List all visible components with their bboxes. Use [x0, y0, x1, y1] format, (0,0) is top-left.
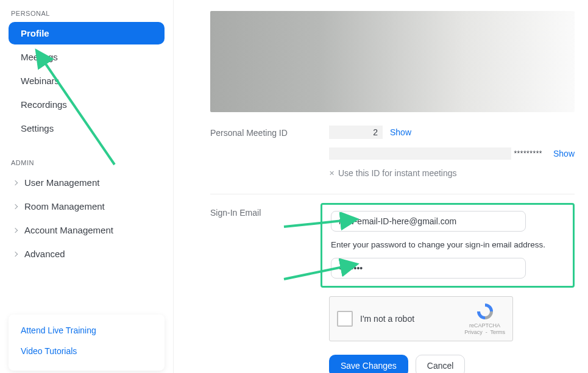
help-card: Attend Live Training Video Tutorials: [9, 314, 165, 371]
chevron-right-icon: [13, 180, 18, 185]
pmi-visible-digit: 2: [373, 127, 378, 137]
recaptcha-privacy-link[interactable]: Privacy: [464, 329, 483, 335]
show-pmi-link[interactable]: Show: [390, 127, 411, 137]
link-attend-training[interactable]: Attend Live Training: [21, 325, 152, 335]
main-content: Personal Meeting ID 2 Show ********* Sho…: [174, 11, 588, 373]
chevron-right-icon: [13, 251, 18, 256]
sidebar-item-advanced[interactable]: Advanced: [9, 243, 165, 265]
sidebar-item-label: Meetings: [21, 52, 58, 62]
annotation-highlight-box: Enter your password to change your sign-…: [321, 203, 575, 288]
sidebar-item-account-management[interactable]: Account Management: [9, 219, 165, 241]
sidebar-item-user-management[interactable]: User Management: [9, 171, 165, 194]
recaptcha-checkbox[interactable]: [337, 311, 353, 327]
sidebar-item-label: User Management: [24, 177, 99, 188]
sidebar-item-label: Settings: [21, 123, 54, 133]
sidebar-item-recordings[interactable]: Recordings: [9, 93, 165, 116]
sidebar-item-room-management[interactable]: Room Management: [9, 195, 165, 218]
section-header-personal: PERSONAL: [11, 10, 165, 17]
recaptcha-terms-link[interactable]: Terms: [491, 329, 506, 335]
recaptcha-logo-icon: [475, 302, 495, 321]
instant-meeting-text: Use this ID for instant meetings: [338, 168, 457, 178]
profile-banner-placeholder: [210, 11, 575, 112]
sidebar-item-label: Account Management: [24, 225, 113, 235]
sidebar-item-webinars[interactable]: Webinars: [9, 69, 165, 92]
sidebar-item-label: Room Management: [24, 201, 105, 211]
sidebar-item-meetings[interactable]: Meetings: [9, 46, 165, 68]
section-header-admin: ADMIN: [11, 159, 165, 166]
chevron-right-icon: [13, 227, 18, 232]
sidebar-item-label: Webinars: [21, 76, 59, 86]
show-url-link[interactable]: Show: [553, 149, 575, 158]
recaptcha-branding: reCAPTCHA Privacy - Terms: [464, 302, 505, 336]
sidebar-item-label: Advanced: [24, 249, 65, 259]
password-input[interactable]: [331, 258, 526, 279]
cancel-button[interactable]: Cancel: [416, 355, 466, 373]
sidebar-item-label: Recordings: [21, 99, 67, 110]
save-changes-button[interactable]: Save Changes: [329, 355, 408, 373]
pmi-url-masked: [329, 147, 511, 160]
sidebar: PERSONAL Profile Meetings Webinars Recor…: [0, 0, 174, 373]
pmi-masked-value: 2: [329, 126, 383, 139]
close-icon: ✕: [329, 169, 335, 177]
field-label-pmi: Personal Meeting ID: [210, 126, 311, 138]
sidebar-item-settings[interactable]: Settings: [9, 117, 165, 140]
signin-email-input[interactable]: [331, 211, 526, 232]
chevron-right-icon: [13, 204, 18, 208]
sidebar-item-profile[interactable]: Profile: [9, 22, 165, 44]
pmi-url-stars: *********: [514, 149, 542, 158]
field-label-signin-email: Sign-In Email: [210, 205, 311, 218]
divider: [210, 194, 575, 194]
link-video-tutorials[interactable]: Video Tutorials: [21, 346, 152, 356]
recaptcha-label: I'm not a robot: [360, 314, 457, 324]
recaptcha-brand-text: reCAPTCHA: [464, 322, 505, 329]
password-helper-text: Enter your password to change your sign-…: [331, 240, 564, 249]
sidebar-item-label: Profile: [21, 28, 49, 38]
recaptcha-widget: I'm not a robot reCAPTCHA Privacy - Ter: [329, 296, 513, 341]
